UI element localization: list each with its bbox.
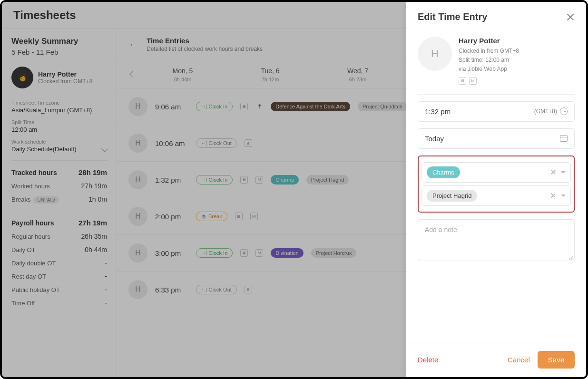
- project-chip: Project Hagrid: [427, 190, 477, 202]
- activity-project-highlight: Charms Project Hagrid: [418, 155, 575, 213]
- clock-icon: [560, 107, 568, 115]
- activity-chip: Charms: [427, 166, 460, 178]
- note-textarea[interactable]: Add a note: [418, 219, 575, 261]
- activity-select[interactable]: Charms: [421, 162, 571, 183]
- dropdown-icon[interactable]: [561, 171, 566, 174]
- m-badge-icon: M: [469, 77, 477, 85]
- delete-button[interactable]: Delete: [418, 356, 438, 364]
- clear-project-icon[interactable]: [550, 193, 556, 198]
- cancel-button[interactable]: Cancel: [508, 356, 530, 364]
- clear-activity-icon[interactable]: [550, 169, 556, 175]
- date-input[interactable]: Today: [418, 128, 575, 149]
- panel-user-line1: Clocked in from GMT+8: [459, 47, 519, 56]
- dropdown-icon[interactable]: [561, 194, 566, 197]
- calendar-icon: [560, 135, 568, 142]
- panel-avatar: H: [418, 37, 452, 71]
- panel-user-line2: Split time: 12:00 am: [459, 56, 519, 65]
- edit-entry-panel: Edit Time Entry H Harry Potter Clocked i…: [406, 2, 586, 377]
- time-input[interactable]: 1:32 pm (GMT+8): [418, 101, 575, 122]
- panel-user-line3: via Jibble Web App: [459, 65, 519, 74]
- panel-user-name: Harry Potter: [459, 37, 519, 45]
- device-icon: 🖥: [459, 77, 466, 85]
- project-select[interactable]: Project Hagrid: [421, 185, 571, 206]
- close-icon[interactable]: [566, 13, 575, 21]
- save-button[interactable]: Save: [538, 351, 575, 369]
- panel-title: Edit Time Entry: [418, 11, 487, 22]
